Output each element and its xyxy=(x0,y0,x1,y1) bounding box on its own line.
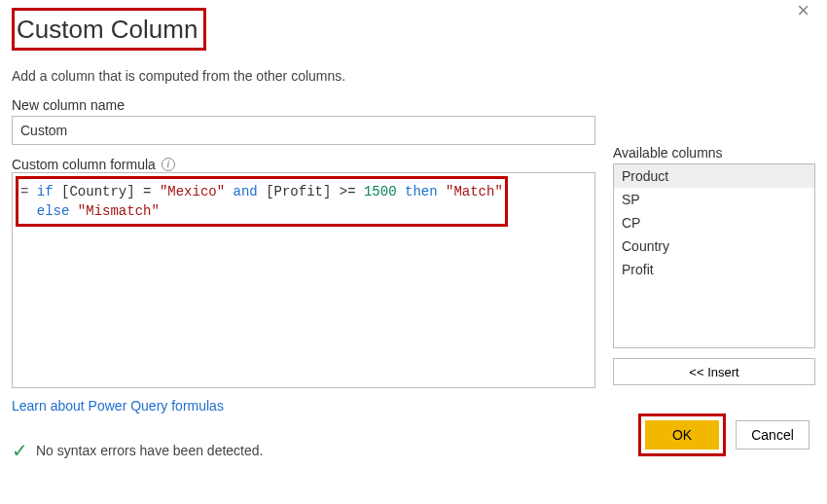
formula-token: = xyxy=(143,184,151,199)
formula-token: "Mexico" xyxy=(160,184,225,199)
formula-textarea[interactable]: = if [Country] = "Mexico" and [Profit] >… xyxy=(12,172,595,388)
formula-token: if xyxy=(37,184,54,199)
formula-token: "Mismatch" xyxy=(78,203,160,219)
available-column-item[interactable]: Product xyxy=(614,164,814,188)
check-icon: ✓ xyxy=(12,441,28,460)
formula-token: "Match" xyxy=(446,184,503,199)
formula-token: else xyxy=(37,203,70,219)
dialog-title: Custom Column xyxy=(17,11,198,48)
ok-button[interactable]: OK xyxy=(645,420,719,450)
formula-token: = xyxy=(20,184,28,199)
available-column-item[interactable]: Profit xyxy=(614,258,814,281)
formula-label: Custom column formula xyxy=(12,157,156,172)
status-text: No syntax errors have been detected. xyxy=(36,443,263,458)
ok-highlight-box: OK xyxy=(638,414,726,456)
formula-token: and xyxy=(234,184,258,199)
new-column-name-label: New column name xyxy=(12,97,815,113)
available-columns-list[interactable]: Product SP CP Country Profit xyxy=(613,163,815,348)
close-icon[interactable]: × xyxy=(797,0,809,21)
formula-highlight-box: = if [Country] = "Mexico" and [Profit] >… xyxy=(16,176,508,227)
cancel-button[interactable]: Cancel xyxy=(736,420,809,450)
new-column-name-input[interactable] xyxy=(12,116,595,145)
available-column-item[interactable]: CP xyxy=(614,211,814,234)
formula-token: [Country] xyxy=(61,184,135,199)
title-highlight-box: Custom Column xyxy=(12,8,206,51)
formula-token: 1500 xyxy=(364,184,397,199)
dialog-subtitle: Add a column that is computed from the o… xyxy=(12,68,815,84)
learn-more-link[interactable]: Learn about Power Query formulas xyxy=(12,398,224,414)
available-column-item[interactable]: Country xyxy=(614,234,814,258)
info-icon[interactable]: i xyxy=(162,158,175,171)
formula-token: [Profit] xyxy=(266,184,331,199)
available-column-item[interactable]: SP xyxy=(614,188,814,211)
formula-token: >= xyxy=(340,184,356,199)
available-columns-label: Available columns xyxy=(613,145,815,161)
formula-token: then xyxy=(405,184,438,199)
insert-button[interactable]: << Insert xyxy=(613,358,815,385)
